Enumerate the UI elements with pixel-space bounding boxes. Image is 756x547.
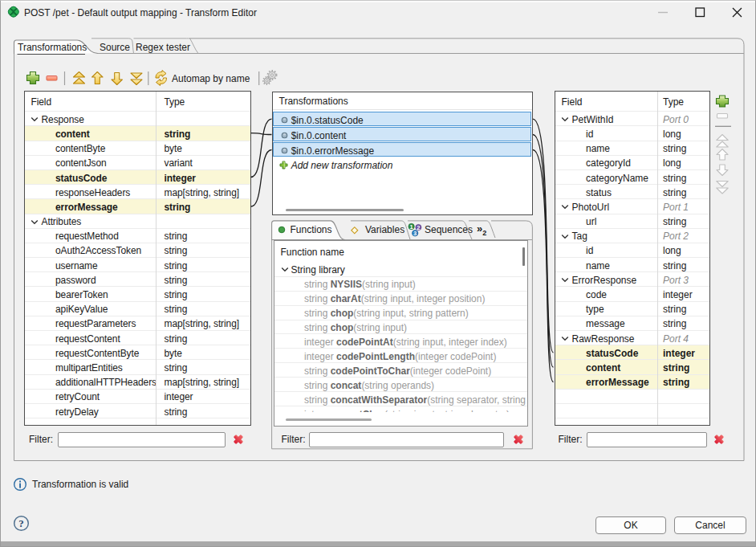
- svg-text:?: ?: [18, 517, 24, 529]
- svg-text:1: 1: [410, 223, 413, 231]
- svg-text:3: 3: [413, 230, 417, 237]
- svg-text:2: 2: [417, 224, 420, 231]
